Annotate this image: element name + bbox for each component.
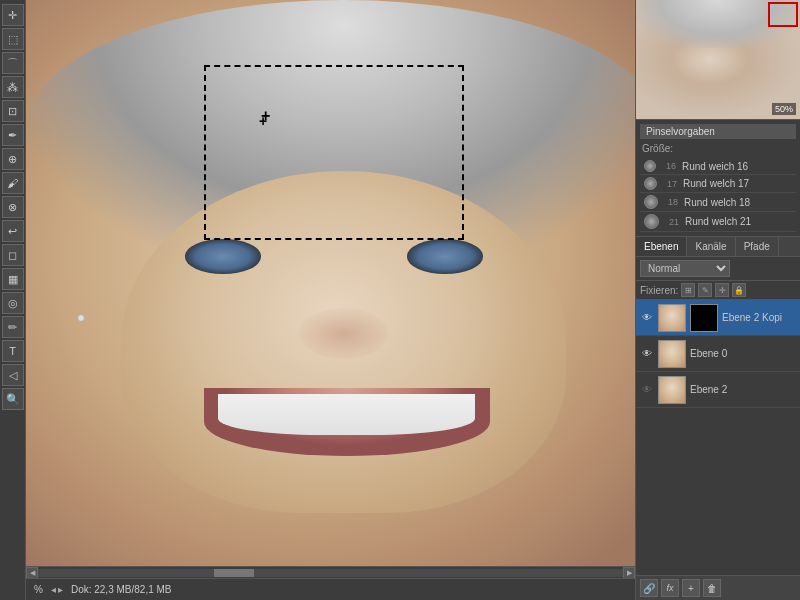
tab-pfade[interactable]: Pfade: [736, 237, 779, 256]
scroll-right-btn[interactable]: ▶: [623, 567, 635, 579]
brush-item-3[interactable]: 21 Rund welch 21: [640, 212, 796, 232]
brush-panel: Pinselvorgaben Größe: 16 Rund weich 16 1…: [636, 120, 800, 237]
brush-icon-1: [644, 177, 657, 190]
fixieren-row: Fixieren: ⊞ ✎ ✛ 🔒: [636, 281, 800, 300]
layers-list: 👁 Ebene 2 Kopi 👁 Ebene 0: [636, 300, 800, 575]
tool-brush[interactable]: 🖌: [2, 172, 24, 194]
layer-thumb-img-1: [659, 341, 685, 367]
blend-mode-dropdown[interactable]: Normal: [640, 260, 730, 277]
fix-move-icon[interactable]: ✛: [715, 283, 729, 297]
scroll-thumb[interactable]: [214, 569, 254, 577]
tool-marquee[interactable]: ⬚: [2, 28, 24, 50]
tool-eraser[interactable]: ◻: [2, 244, 24, 266]
left-eye: [185, 239, 261, 273]
layer-row-2[interactable]: 👁 Ebene 2: [636, 372, 800, 408]
fix-lock-icon[interactable]: 🔒: [732, 283, 746, 297]
brush-item-0[interactable]: 16 Rund weich 16: [640, 158, 796, 175]
tool-text[interactable]: T: [2, 340, 24, 362]
tool-gradient[interactable]: ▦: [2, 268, 24, 290]
tool-wand[interactable]: ⁂: [2, 76, 24, 98]
brush-num-0: 16: [662, 161, 676, 171]
teeth: [218, 394, 475, 435]
layer-name-1: Ebene 0: [690, 348, 796, 359]
tool-eyedropper[interactable]: ✒: [2, 124, 24, 146]
canvas-image: +: [26, 0, 635, 570]
tool-crop[interactable]: ⊡: [2, 100, 24, 122]
layer-new-btn[interactable]: +: [682, 579, 700, 597]
scroll-track[interactable]: [38, 569, 623, 577]
nose: [299, 308, 388, 359]
horizontal-scrollbar[interactable]: ◀ ▶: [26, 566, 635, 578]
tab-kanaele[interactable]: Kanäle: [687, 237, 735, 256]
fix-checkerboard-icon[interactable]: ⊞: [681, 283, 695, 297]
thumbnail-area: 50%: [636, 0, 800, 120]
layer-mask-0: [690, 304, 718, 332]
tool-lasso[interactable]: ⌒: [2, 52, 24, 74]
brush-icon-3: [644, 214, 659, 229]
status-bar: % ◂ ▸ Dok: 22,3 MB/82,1 MB: [26, 578, 635, 600]
canvas-area[interactable]: + ◀ ▶ % ◂ ▸ Dok: 22,3 MB/82,1 MB: [26, 0, 635, 600]
zoom-percent: %: [34, 584, 43, 595]
brush-num-2: 18: [664, 197, 678, 207]
layer-row-1[interactable]: 👁 Ebene 0: [636, 336, 800, 372]
brush-list: 16 Rund weich 16 17 Rund welch 17 18 Run…: [640, 158, 796, 232]
brush-name-3: Rund welch 21: [685, 216, 792, 227]
tool-heal[interactable]: ⊕: [2, 148, 24, 170]
layer-thumb-1: [658, 340, 686, 368]
zoom-in-icon[interactable]: ▸: [58, 584, 63, 595]
layer-name-2: Ebene 2: [690, 384, 796, 395]
brush-icon-2: [644, 195, 658, 209]
thumbnail-zoom: 50%: [772, 103, 796, 115]
brush-num-1: 17: [663, 179, 677, 189]
tab-ebenen[interactable]: Ebenen: [636, 237, 687, 256]
brush-name-1: Rund welch 17: [683, 178, 792, 189]
layer-thumb-img-2: [659, 377, 685, 403]
tool-stamp[interactable]: ⊗: [2, 196, 24, 218]
layer-eye-2[interactable]: 👁: [640, 383, 654, 397]
brush-size-label: Größe:: [640, 143, 796, 154]
fixieren-label: Fixieren:: [640, 285, 678, 296]
layer-thumb-2: [658, 376, 686, 404]
layer-thumb-img-0: [659, 305, 685, 331]
layer-row-0[interactable]: 👁 Ebene 2 Kopi: [636, 300, 800, 336]
fix-brush-icon[interactable]: ✎: [698, 283, 712, 297]
doc-info: Dok: 22,3 MB/82,1 MB: [71, 584, 172, 595]
layers-bottom: 🔗 fx + 🗑: [636, 575, 800, 600]
tool-zoom[interactable]: 🔍: [2, 388, 24, 410]
blend-mode-row: Normal: [636, 257, 800, 281]
layer-eye-0[interactable]: 👁: [640, 311, 654, 325]
tool-pen[interactable]: ✏: [2, 316, 24, 338]
tool-burn[interactable]: ◎: [2, 292, 24, 314]
layer-fx-btn[interactable]: fx: [661, 579, 679, 597]
right-eye: [407, 239, 483, 273]
layers-tabs: Ebenen Kanäle Pfade: [636, 237, 800, 257]
layer-delete-btn[interactable]: 🗑: [703, 579, 721, 597]
layers-panel: Ebenen Kanäle Pfade Normal Fixieren: ⊞ ✎…: [636, 237, 800, 600]
image-background: [26, 0, 635, 570]
zoom-controls[interactable]: ◂ ▸: [51, 584, 63, 595]
thumbnail-image: [636, 0, 800, 119]
brush-name-0: Rund weich 16: [682, 161, 792, 172]
brush-item-1[interactable]: 17 Rund welch 17: [640, 175, 796, 193]
tool-path[interactable]: ◁: [2, 364, 24, 386]
layer-link-btn[interactable]: 🔗: [640, 579, 658, 597]
app: ✛ ⬚ ⌒ ⁂ ⊡ ✒ ⊕ 🖌 ⊗ ↩ ◻ ▦ ◎ ✏ T ◁ 🔍: [0, 0, 800, 600]
layer-thumb-0: [658, 304, 686, 332]
smile: [204, 388, 490, 456]
left-toolbar: ✛ ⬚ ⌒ ⁂ ⊡ ✒ ⊕ 🖌 ⊗ ↩ ◻ ▦ ◎ ✏ T ◁ 🔍: [0, 0, 26, 600]
brush-num-3: 21: [665, 217, 679, 227]
brush-icon-0: [644, 160, 656, 172]
brush-name-2: Rund welch 18: [684, 197, 792, 208]
earring: [77, 314, 85, 322]
tool-move[interactable]: ✛: [2, 4, 24, 26]
cursor: +: [259, 113, 267, 129]
tool-history[interactable]: ↩: [2, 220, 24, 242]
right-panel: 50% Pinselvorgaben Größe: 16 Rund weich …: [635, 0, 800, 600]
zoom-out-icon[interactable]: ◂: [51, 584, 56, 595]
layer-name-0: Ebene 2 Kopi: [722, 312, 796, 323]
scroll-left-btn[interactable]: ◀: [26, 567, 38, 579]
thumb-viewport-indicator: [768, 2, 798, 27]
brush-panel-title: Pinselvorgaben: [640, 124, 796, 139]
brush-item-2[interactable]: 18 Rund welch 18: [640, 193, 796, 212]
layer-eye-1[interactable]: 👁: [640, 347, 654, 361]
